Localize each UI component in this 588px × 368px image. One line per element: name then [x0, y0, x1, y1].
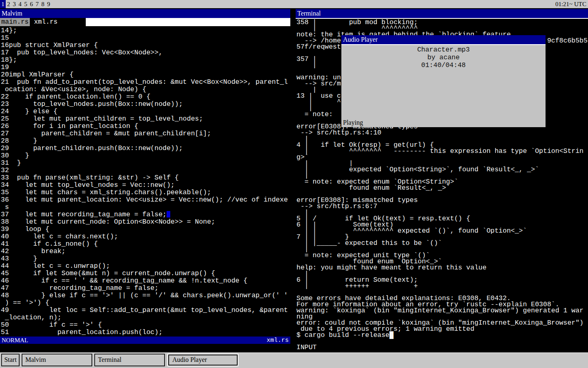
track-time: 01:40/04:48 [341, 61, 546, 68]
taskbar-button-audio-player[interactable]: Audio Player [167, 354, 238, 366]
window-malvim: Malvim main.rs xml.rs 14}; 15 16pub stru… [0, 9, 290, 344]
track-artist: by acane [341, 53, 546, 61]
editor-code-text: 14}; 15 16pub struct XmlParser { 17 pub … [0, 26, 290, 336]
workspace-number-9[interactable]: 9 [46, 0, 51, 8]
workspace-number-5[interactable]: 5 [23, 0, 29, 8]
taskbar: Start Malvim Terminal Audio Player [0, 352, 588, 368]
malvim-titlebar[interactable]: Malvim [0, 9, 290, 18]
audio-player-titlebar[interactable]: Audio Player [341, 35, 546, 44]
workspace-number-4[interactable]: 4 [17, 0, 23, 8]
editor-status-filename: xml.rs [267, 337, 289, 344]
editor-code-area[interactable]: 14}; 15 16pub struct XmlParser { 17 pub … [0, 26, 290, 337]
editor-tabbar: main.rs xml.rs [0, 18, 290, 26]
workspace-number-6[interactable]: 6 [29, 0, 34, 8]
clock: 01:21~ UTC [555, 0, 586, 8]
playback-status: Playing [343, 119, 363, 126]
editor-mode-indicator: NORMAL [2, 337, 28, 344]
workspace-number-7[interactable]: 7 [34, 0, 40, 8]
workspace-number-3[interactable]: 3 [11, 0, 17, 8]
workspace-number-2[interactable]: 2 [6, 0, 11, 8]
tab-xml-rs[interactable]: xml.rs [30, 18, 62, 26]
workspace-number-1[interactable]: 1 [0, 0, 6, 8]
editor-statusbar: NORMAL xml.rs [0, 337, 290, 344]
taskbar-button-malvim[interactable]: Malvim [22, 354, 92, 366]
start-button[interactable]: Start [1, 354, 20, 366]
audio-player-body: Character.mp3 by acane 01:40/04:48 Playi… [341, 45, 546, 127]
track-title: Character.mp3 [341, 45, 546, 53]
workspace-number-8[interactable]: 8 [40, 0, 46, 8]
tab-main-rs[interactable]: main.rs [0, 18, 30, 26]
terminal-titlebar[interactable]: Terminal [296, 9, 588, 18]
editor-cursor [167, 211, 170, 218]
window-audio-player: Audio Player Character.mp3 by acane 01:4… [341, 35, 546, 127]
taskbar-button-terminal[interactable]: Terminal [94, 354, 165, 366]
workspace-bar: 123456789 01:21~ UTC [0, 0, 588, 8]
tabstrip: main.rs xml.rs [0, 18, 86, 26]
